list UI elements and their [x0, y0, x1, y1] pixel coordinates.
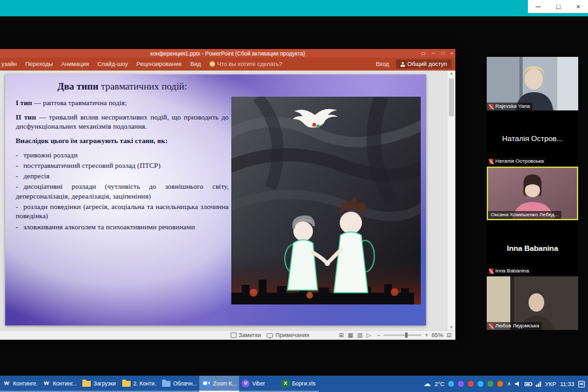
taskbar-item-label: Облачн...	[173, 380, 197, 387]
tray-app-icon[interactable]	[487, 381, 493, 387]
taskbar-item-downloads[interactable]: Загрузки	[80, 376, 120, 392]
slide-text-block: Два типи травматичних подій: І тип — рап…	[16, 81, 229, 233]
powerpoint-titlebar[interactable]: конференция1.pptx - PowerPoint (Сбой акт…	[0, 49, 455, 57]
participant-name-badge: Наталія Островська	[487, 157, 546, 165]
windows-taskbar: W Континге... W Континг... Загрузки 2. К…	[0, 376, 588, 392]
ribbon-options-icon[interactable]: ▭	[421, 50, 426, 56]
bullet-text: розлади поведінки (агресія, асоціальна т…	[16, 203, 229, 220]
notification-center-icon[interactable]	[578, 381, 585, 387]
minimize-icon[interactable]: ─	[536, 3, 541, 10]
battery-icon[interactable]	[525, 382, 532, 386]
tab-transitions[interactable]: Переходы	[25, 61, 53, 67]
tab-review[interactable]: Рецензирование	[137, 61, 182, 67]
taskbar-item-label: Континге...	[13, 380, 37, 387]
taskbar-item-excel[interactable]: X Борги.xls...	[279, 376, 319, 392]
participant-tile-inna[interactable]: Inna Babanina Inna Babanina	[487, 221, 578, 275]
tell-me-box[interactable]: Что вы хотите сделать?	[210, 61, 283, 67]
tray-app-icon[interactable]	[458, 381, 464, 387]
weather-temperature[interactable]: 2°C	[434, 381, 444, 387]
bullet-text: зловживання алкоголем та психоактивними …	[24, 223, 195, 231]
taskbar-item-label: 2. Конти...	[133, 380, 157, 387]
taskbar-item-word-doc2[interactable]: W Континг...	[40, 376, 80, 392]
slideshow-icon[interactable]: ▷	[367, 332, 371, 338]
list-item: -посттравматичний стресовий розлад (ПТСР…	[16, 161, 229, 170]
tray-app-icon[interactable]	[468, 381, 474, 387]
tray-app-icon[interactable]	[448, 381, 454, 387]
ppt-minimize-icon[interactable]: ─	[432, 50, 436, 56]
taskbar-item-label: Континг...	[53, 380, 77, 387]
cloud-folder-icon	[162, 381, 171, 387]
list-item: -депресія	[16, 171, 229, 180]
term-type1: І тип	[16, 99, 32, 106]
taskbar-item-viber[interactable]: V Viber	[239, 376, 279, 392]
zoom-level[interactable]: 85%	[431, 332, 443, 338]
slide[interactable]: Два типи травматичних подій: І тип — рап…	[5, 74, 426, 325]
zoom-in-button[interactable]: +	[425, 332, 428, 338]
person-icon	[400, 62, 405, 67]
fit-to-window-icon[interactable]: ⊡	[446, 332, 451, 338]
participant-video-liubov[interactable]: Любов Ледомська	[487, 276, 578, 330]
word-icon: W	[3, 380, 10, 387]
scroll-down-icon[interactable]: ▼	[449, 325, 453, 329]
paragraph-type2: ІІ тип — тривалий вплив несприятливих по…	[16, 112, 229, 131]
taskbar-item-word-doc1[interactable]: W Континге...	[0, 376, 40, 392]
scrollbar-thumb[interactable]	[449, 78, 454, 116]
language-indicator[interactable]: УКР	[545, 381, 556, 387]
tray-app-icon[interactable]	[497, 381, 503, 387]
viber-icon: V	[242, 380, 250, 387]
slide-sorter-icon[interactable]: ▦	[348, 332, 353, 338]
zoom-icon	[202, 379, 210, 387]
bullet-text: тривожні розлади	[24, 151, 78, 159]
slide-scrollbar[interactable]: ▲ ▼	[448, 71, 455, 330]
clock[interactable]: 11:33	[560, 381, 574, 387]
paragraph-type2-text: — тривалий вплив несприятливих подій, що…	[16, 113, 229, 131]
slide-title: Два типи травматичних подій:	[16, 81, 229, 92]
close-icon[interactable]: ×	[576, 3, 580, 10]
participant-tile-nataliia[interactable]: Наталія Остров... Наталія Островська	[487, 112, 578, 165]
taskbar-item-cloud-folder[interactable]: Облачн...	[159, 376, 199, 392]
tab-view[interactable]: Вид	[190, 61, 201, 67]
share-button[interactable]: Общий доступ	[396, 59, 451, 69]
taskbar-item-zoom[interactable]: Zoom K...	[199, 376, 239, 392]
list-item: -розлади поведінки (агресія, асоціальна …	[16, 202, 229, 221]
taskbar-item-folder[interactable]: 2. Конти...	[120, 376, 159, 392]
volume-icon[interactable]	[515, 382, 521, 387]
normal-view-icon[interactable]: ⊞	[338, 332, 344, 338]
restore-icon[interactable]: □	[556, 3, 561, 10]
participant-video-oksana-active-speaker[interactable]: Оксана Хомишенко Лебед...	[487, 167, 578, 220]
ribbon-tab-bar: узайн Переходы Анимация Слайд-шоу Реценз…	[0, 57, 455, 71]
taskbar-item-label: Viber	[252, 380, 265, 387]
slide-title-strong: Два типи	[57, 81, 99, 91]
bullet-dash: -	[16, 172, 24, 180]
ppt-restore-icon[interactable]: □	[441, 50, 444, 56]
participant-video-rajevska[interactable]: Rajevska Yana	[487, 57, 578, 110]
tab-animations[interactable]: Анимация	[61, 61, 89, 67]
bullet-text: посттравматичний стресовий розлад (ПТСР)	[24, 161, 161, 169]
tab-slideshow[interactable]: Слайд-шоу	[97, 61, 128, 67]
tab-design[interactable]: узайн	[1, 61, 17, 67]
ppt-close-icon[interactable]: ×	[450, 50, 453, 56]
scroll-up-icon[interactable]: ▲	[449, 71, 453, 75]
comments-button[interactable]: Примечания	[267, 332, 309, 338]
network-icon[interactable]	[536, 382, 541, 387]
tray-expand-icon[interactable]: ∧	[507, 381, 511, 387]
zoom-out-button[interactable]: −	[377, 332, 380, 338]
weather-cloud-icon[interactable]: ☁	[423, 380, 431, 388]
list-item: -тривожні розлади	[16, 150, 229, 159]
taskbar-item-label: Загрузки	[93, 380, 116, 387]
taskbar-item-label: Борги.xls...	[292, 380, 316, 387]
tray-app-icon[interactable]	[478, 381, 483, 387]
sign-in-button[interactable]: Вход	[376, 61, 389, 67]
zoom-slider-thumb[interactable]	[405, 333, 408, 338]
mic-muted-icon	[489, 159, 493, 164]
notes-button[interactable]: Заметки	[231, 332, 261, 338]
window-controls: ─ □ ×	[528, 0, 588, 13]
system-tray: ☁ 2°C ∧ УКР 11:33	[423, 376, 588, 392]
folder-icon	[82, 381, 91, 387]
zoom-slider[interactable]	[384, 335, 421, 336]
reading-view-icon[interactable]: ▥	[357, 332, 363, 338]
participant-name-badge: Rajevska Yana	[487, 103, 532, 110]
comments-label: Примечания	[275, 332, 309, 338]
bullet-text: дисоціативні розлади (чутливість до зовн…	[16, 182, 229, 199]
slide-illustration	[231, 97, 421, 304]
